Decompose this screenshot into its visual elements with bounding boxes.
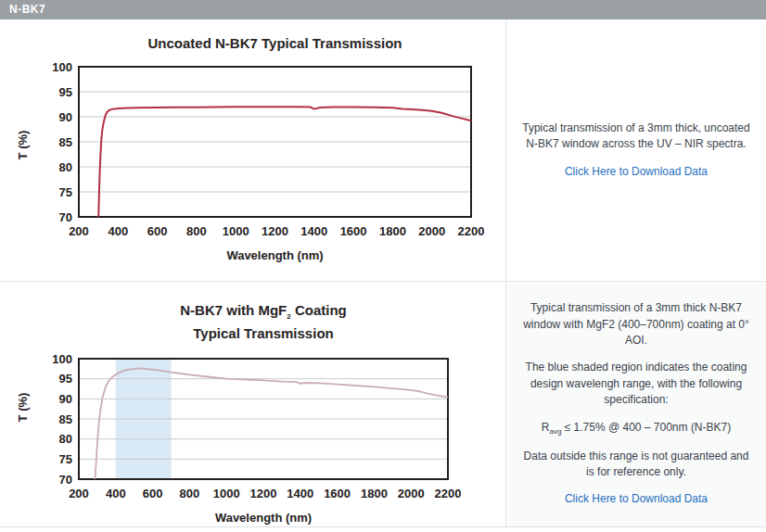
spec-subscript: avg [549,427,561,436]
x-tick-label: 2200 [435,487,461,500]
x-tick-label: 1200 [262,224,288,238]
y-axis-label: T (%) [16,118,30,173]
x-tick-label: 2200 [458,224,484,238]
section-header-bar: N-BK7 [0,0,766,19]
spec-value: ≤ 1.75% @ 400 – 700nm (N-BK7) [561,421,731,434]
x-tick-label: 2000 [418,224,445,238]
y-tick-label: 85 [59,135,72,149]
x-tick-label: 1200 [250,487,277,500]
section-title: N-BK7 [9,3,45,16]
y-tick-label: 70 [59,473,72,487]
coated-caption: Typical transmission of a 3mm thick N-BK… [519,300,753,348]
shaded-region-note: The blue shaded region indicates the coa… [519,360,753,408]
x-tick-label: 1000 [223,224,249,238]
y-tick-label: 90 [59,392,72,406]
y-tick-label: 95 [59,372,72,386]
x-tick-label: 2000 [398,487,425,500]
x-tick-label: 1600 [340,224,367,238]
chart-uncoated-title: Uncoated N-BK7 Typical Transmission [79,35,471,52]
y-tick-label: 100 [52,61,72,74]
chart-uncoated-cell: Uncoated N-BK7 Typical Transmission T (%… [0,19,505,281]
x-tick-label: 600 [147,224,168,238]
coated-title-suffix: Coating [291,302,347,318]
x-tick-label: 400 [106,487,126,500]
chart-coated-cell: N-BK7 with MgF2 Coating Typical Transmis… [0,281,505,526]
y-tick-label: 75 [59,185,72,199]
coated-title-prefix: N-BK7 with MgF [180,302,287,318]
y-axis-label: T (%) [16,380,30,436]
y-tick-label: 80 [59,432,72,446]
y-tick-label: 70 [59,210,72,224]
x-tick-label: 1000 [213,487,240,500]
reference-disclaimer: Data outside this range is not guarantee… [519,449,753,481]
x-tick-label: 800 [186,224,207,238]
x-tick-label: 1800 [379,224,406,238]
coated-caption-panel: Typical transmission of a 3mm thick N-BK… [505,281,766,526]
uncoated-caption: Typical transmission of a 3mm thick, unc… [519,120,753,153]
transmission-curve [98,107,471,217]
y-tick-label: 85 [59,412,72,426]
y-tick-label: 90 [59,110,72,124]
x-tick-label: 200 [69,224,89,238]
y-tick-label: 75 [59,452,72,466]
uncoated-transmission-plot: 7075808590951002004006008001000120014001… [42,61,484,245]
coated-transmission-plot: 7075808590951002004006008001000120014001… [42,353,461,507]
chart-coated-title: N-BK7 with MgF2 Coating Typical Transmis… [79,302,448,342]
x-tick-label: 1600 [324,487,351,500]
x-tick-label: 600 [143,487,163,500]
content-grid: Uncoated N-BK7 Typical Transmission T (%… [0,19,766,527]
y-tick-label: 95 [59,85,72,99]
x-tick-label: 800 [180,487,200,500]
x-tick-label: 1400 [287,487,313,500]
x-axis-label: Wavelength (nm) [79,511,448,525]
x-tick-label: 200 [69,487,89,500]
download-data-link-coated[interactable]: Click Here to Download Data [565,491,708,507]
coated-title-line2: Typical Transmission [193,325,333,341]
x-tick-label: 1400 [300,224,327,238]
x-tick-label: 400 [108,224,128,238]
y-tick-label: 100 [52,353,72,366]
x-axis-label: Wavelength (nm) [79,248,471,262]
download-data-link-uncoated[interactable]: Click Here to Download Data [565,164,708,180]
reflectance-spec: Ravg ≤ 1.75% @ 400 – 700nm (N-BK7) [542,420,731,437]
uncoated-caption-panel: Typical transmission of a 3mm thick, unc… [505,19,766,281]
x-tick-label: 1800 [361,487,388,500]
y-tick-label: 80 [59,160,72,174]
